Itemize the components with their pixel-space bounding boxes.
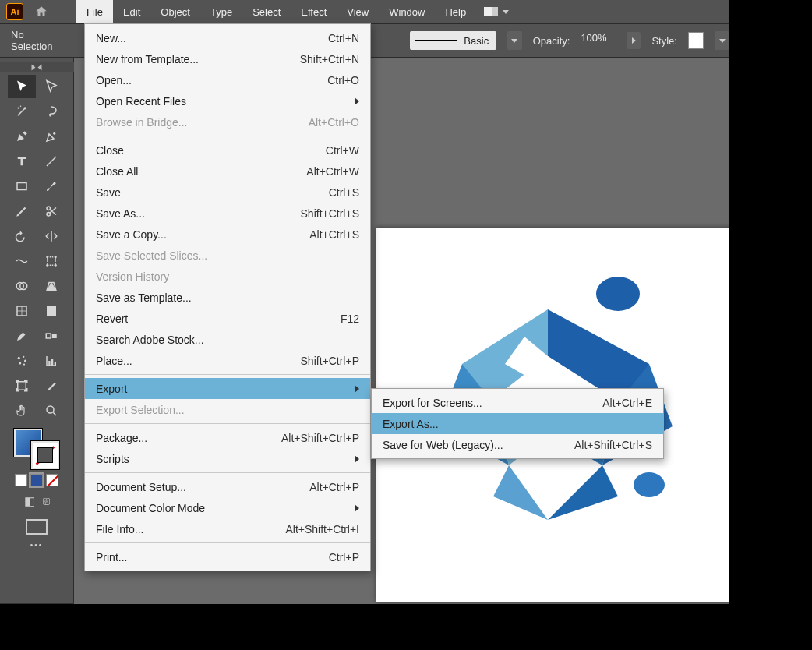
free-transform-tool[interactable] [37, 249, 65, 273]
file-menu-item-close-all[interactable]: Close AllAlt+Ctrl+W [85, 161, 370, 182]
svg-rect-16 [46, 334, 51, 338]
svg-point-21 [19, 362, 21, 365]
menu-select[interactable]: Select [242, 0, 291, 23]
scissors-tool[interactable] [37, 200, 65, 223]
file-menu-item-save-a-copy[interactable]: Save a Copy...Alt+Ctrl+S [85, 224, 370, 245]
menu-edit[interactable]: Edit [113, 0, 150, 23]
file-menu-item-search-adobe-stock[interactable]: Search Adobe Stock... [85, 329, 370, 350]
menu-object[interactable]: Object [150, 0, 200, 23]
brush-preset[interactable]: Basic [410, 31, 496, 50]
file-menu-item-revert[interactable]: RevertF12 [85, 308, 370, 329]
menu-item-label: Browse in Bridge... [96, 116, 277, 129]
menu-item-label: Revert [96, 313, 309, 325]
zoom-tool[interactable] [37, 399, 65, 422]
svg-point-1 [20, 106, 22, 108]
brush-dropdown[interactable] [507, 31, 522, 50]
tools-expand-handle[interactable] [0, 62, 74, 72]
file-menu-item-package[interactable]: Package...Alt+Shift+Ctrl+P [85, 427, 370, 448]
file-menu-item-document-setup[interactable]: Document Setup...Alt+Ctrl+P [85, 476, 370, 497]
reflect-tool[interactable] [37, 224, 65, 248]
file-menu-item-scripts[interactable]: Scripts [85, 448, 370, 469]
selection-tool[interactable] [8, 75, 36, 98]
type-tool[interactable] [8, 150, 36, 173]
workspace-switcher[interactable] [484, 7, 509, 16]
pen-tool[interactable] [8, 125, 36, 148]
fill-stroke-swatches[interactable] [14, 429, 59, 469]
lasso-tool[interactable] [37, 100, 65, 123]
rectangle-tool[interactable] [8, 175, 36, 198]
hand-tool[interactable] [8, 399, 36, 422]
export-menu-item-export-as[interactable]: Export As... [372, 413, 663, 434]
color-mode-gradient[interactable] [30, 474, 43, 486]
menu-item-shortcut: Ctrl+O [327, 74, 359, 87]
style-dropdown[interactable] [715, 31, 729, 50]
paintbrush-tool[interactable] [37, 175, 65, 198]
menu-item-label: Save for Web (Legacy)... [383, 439, 543, 451]
shape-builder-tool[interactable] [8, 274, 36, 298]
gradient-tool[interactable] [37, 299, 65, 323]
line-tool[interactable] [37, 150, 65, 173]
artboard-tool[interactable] [8, 374, 36, 397]
menu-file[interactable]: File [76, 0, 113, 23]
symbol-sprayer-tool[interactable] [8, 349, 36, 373]
file-menu-separator [85, 472, 370, 473]
file-menu-item-file-info[interactable]: File Info...Alt+Shift+Ctrl+I [85, 518, 370, 539]
style-swatch[interactable] [688, 32, 704, 49]
mesh-tool[interactable] [8, 299, 36, 323]
export-menu-item-save-for-web-legacy[interactable]: Save for Web (Legacy)...Alt+Shift+Ctrl+S [372, 434, 663, 455]
tools-panel: ◧ ⎚ ••• [0, 58, 74, 603]
export-menu-item-export-for-screens[interactable]: Export for Screens...Alt+Ctrl+E [372, 392, 663, 413]
menu-item-label: Open Recent Files [96, 95, 341, 108]
file-menu-item-open-recent-files[interactable]: Open Recent Files [85, 90, 370, 111]
pencil-tool[interactable] [8, 200, 36, 223]
file-menu-item-save-as-template[interactable]: Save as Template... [85, 287, 370, 308]
file-menu-item-new-from-template[interactable]: New from Template...Shift+Ctrl+N [85, 48, 370, 69]
svg-point-2 [53, 132, 55, 135]
menu-type[interactable]: Type [200, 0, 242, 23]
style-label: Style: [651, 35, 677, 47]
direct-selection-tool[interactable] [37, 75, 65, 98]
draw-normal-icon[interactable]: ◧ [24, 494, 35, 508]
draw-behind-icon[interactable]: ⎚ [43, 494, 50, 508]
screen-mode[interactable] [26, 519, 48, 535]
menu-window[interactable]: Window [379, 0, 435, 23]
file-menu-item-save[interactable]: SaveCtrl+S [85, 182, 370, 203]
menu-effect[interactable]: Effect [291, 0, 337, 23]
color-mode-none[interactable] [46, 474, 58, 486]
edit-toolbar[interactable]: ••• [30, 541, 44, 549]
file-menu: New...Ctrl+NNew from Template...Shift+Ct… [84, 23, 371, 571]
menu-item-label: Export for Screens... [383, 397, 571, 409]
menu-item-label: New... [96, 32, 297, 44]
eyedropper-tool[interactable] [8, 324, 36, 348]
blend-tool[interactable] [37, 324, 65, 348]
file-menu-separator [85, 136, 370, 136]
home-icon[interactable] [34, 5, 48, 19]
magic-wand-tool[interactable] [8, 100, 36, 123]
menu-item-label: Open... [96, 74, 296, 87]
file-menu-item-close[interactable]: CloseCtrl+W [85, 140, 370, 161]
menu-view[interactable]: View [337, 0, 379, 23]
file-menu-item-save-as[interactable]: Save As...Shift+Ctrl+S [85, 203, 370, 224]
file-menu-item-document-color-mode[interactable]: Document Color Mode [85, 497, 370, 518]
menu-item-shortcut: Alt+Shift+Ctrl+I [285, 523, 359, 535]
width-tool[interactable] [8, 249, 36, 273]
opacity-value[interactable]: 100% [581, 32, 616, 49]
color-mode-solid[interactable] [15, 474, 27, 486]
file-menu-item-place[interactable]: Place...Shift+Ctrl+P [85, 350, 370, 371]
curvature-tool[interactable] [37, 125, 65, 148]
menu-help[interactable]: Help [435, 0, 476, 23]
graph-tool[interactable] [37, 349, 65, 373]
opacity-more[interactable] [627, 32, 641, 49]
rotate-tool[interactable] [8, 224, 36, 248]
menu-item-shortcut: Shift+Ctrl+S [301, 207, 359, 220]
slice-tool[interactable] [37, 374, 65, 397]
menu-item-label: Save As... [96, 207, 270, 220]
chevron-down-icon [511, 39, 517, 43]
stroke-swatch[interactable] [31, 441, 59, 469]
menu-item-shortcut: Ctrl+N [328, 32, 359, 44]
file-menu-item-print[interactable]: Print...Ctrl+P [85, 546, 370, 567]
file-menu-item-export[interactable]: Export [85, 378, 370, 399]
file-menu-item-open[interactable]: Open...Ctrl+O [85, 69, 370, 90]
file-menu-item-new[interactable]: New...Ctrl+N [85, 27, 370, 48]
perspective-tool[interactable] [37, 274, 65, 298]
